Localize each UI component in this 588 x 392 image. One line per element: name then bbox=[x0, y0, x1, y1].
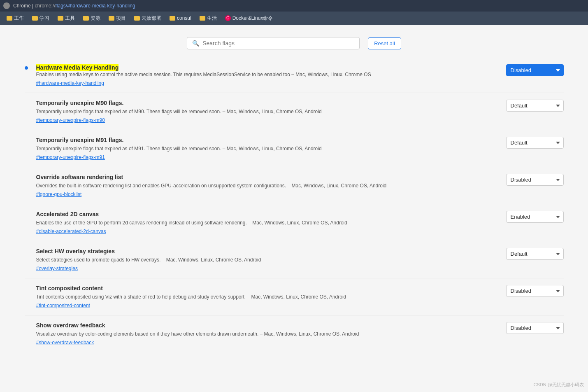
flag-link[interactable]: #hardware-media-key-handling bbox=[36, 80, 104, 86]
flag-item: Tint composited content Tint contents co… bbox=[25, 278, 564, 315]
search-area: 🔍 Reset all bbox=[0, 33, 588, 58]
flag-title: Tint composited content bbox=[36, 285, 498, 292]
bookmark-item[interactable]: 项目 bbox=[105, 14, 129, 23]
flag-control: DefaultDisabledEnabled bbox=[506, 137, 564, 149]
flag-control: DefaultDisabledEnabled bbox=[506, 322, 564, 334]
flag-link[interactable]: #show-overdraw-feedback bbox=[36, 340, 94, 345]
bookmark-item[interactable]: 生活 bbox=[196, 14, 220, 23]
flag-link[interactable]: #disable-accelerated-2d-canvas bbox=[36, 229, 106, 234]
flag-title: Show overdraw feedback bbox=[36, 322, 498, 329]
bookmark-item[interactable]: 资源 bbox=[80, 14, 104, 23]
bookmark-label: 项目 bbox=[116, 15, 126, 22]
flag-title: Accelerated 2D canvas bbox=[36, 211, 498, 217]
browser-favicon bbox=[3, 2, 10, 9]
flag-description: Overrides the built-in software renderin… bbox=[36, 182, 498, 189]
flag-title: Temporarily unexpire M90 flags. bbox=[36, 100, 498, 106]
bookmark-item[interactable]: 工作 bbox=[3, 14, 27, 23]
flag-content: Select HW overlay strategies Select stra… bbox=[36, 248, 498, 271]
flag-title: Temporarily unexpire M91 flags. bbox=[36, 137, 498, 143]
flag-description: Temporarily unexpire flags that expired … bbox=[36, 108, 498, 115]
flag-control: DefaultDisabledEnabled bbox=[506, 100, 564, 112]
bookmark-label: 工作 bbox=[14, 15, 24, 22]
bookmark-item[interactable]: consul bbox=[166, 14, 195, 22]
flag-link[interactable]: #temporary-unexpire-flags-m90 bbox=[36, 117, 105, 123]
flag-item: Select HW overlay strategies Select stra… bbox=[25, 241, 564, 278]
flag-dropdown[interactable]: DefaultDisabledEnabled bbox=[506, 248, 564, 260]
tab-title: Chrome | chrome://flags/#hardware-media-… bbox=[13, 3, 135, 9]
flag-link[interactable]: #ignore-gpu-blocklist bbox=[36, 191, 82, 197]
folder-icon bbox=[83, 16, 89, 21]
flag-content: Override software rendering list Overrid… bbox=[36, 174, 498, 197]
flag-control: DefaultDisabledEnabled bbox=[506, 211, 564, 223]
flag-control: DefaultDisabledEnabled bbox=[506, 248, 564, 260]
folder-icon bbox=[58, 16, 63, 21]
flag-content: Temporarily unexpire M91 flags. Temporar… bbox=[36, 137, 498, 160]
flag-link[interactable]: #temporary-unexpire-flags-m91 bbox=[36, 154, 105, 160]
folder-icon bbox=[32, 16, 38, 21]
bookmark-item[interactable]: 工具 bbox=[54, 14, 78, 23]
flag-content: Accelerated 2D canvas Enables the use of… bbox=[36, 211, 498, 234]
flag-item: Override software rendering list Overrid… bbox=[25, 167, 564, 204]
flag-description: Visualize overdraw by color-coding eleme… bbox=[36, 330, 498, 338]
flag-control: DefaultDisabledEnabled bbox=[506, 174, 564, 186]
flag-title: Hardware Media Key Handling bbox=[36, 64, 119, 71]
folder-icon bbox=[170, 16, 175, 21]
flag-dropdown[interactable]: DefaultDisabledEnabled bbox=[506, 322, 564, 334]
flag-dropdown[interactable]: DefaultDisabledEnabled bbox=[506, 174, 564, 186]
flag-control: DefaultDisabledEnabled bbox=[506, 285, 564, 297]
flag-title: Select HW overlay strategies bbox=[36, 248, 498, 254]
flag-dropdown[interactable]: DefaultDisabledEnabled bbox=[506, 100, 564, 112]
flag-description: Tint contents composited using Viz with … bbox=[36, 293, 498, 301]
reset-all-button[interactable]: Reset all bbox=[368, 37, 401, 49]
search-icon: 🔍 bbox=[192, 40, 199, 47]
flag-link[interactable]: #tint-composited-content bbox=[36, 303, 90, 308]
flag-description: Enables the use of the GPU to perform 2d… bbox=[36, 219, 498, 226]
watermark: CSDN @无忧无虑小码农 bbox=[534, 382, 584, 388]
bookmarks-bar: 工作学习工具资源项目云效部署consul生活CDocker&Linux命令 bbox=[0, 12, 588, 25]
flag-link[interactable]: #overlay-strategies bbox=[36, 266, 78, 271]
flag-content: Show overdraw feedback Visualize overdra… bbox=[36, 322, 498, 345]
flag-control: DefaultDisabledEnabled bbox=[506, 64, 564, 76]
bookmark-label: Docker&Linux命令 bbox=[232, 15, 273, 22]
flag-content: Hardware Media Key Handling Enables usin… bbox=[36, 64, 498, 86]
flag-item: Hardware Media Key Handling Enables usin… bbox=[25, 58, 564, 93]
flag-dropdown[interactable]: DefaultDisabledEnabled bbox=[506, 64, 564, 76]
flag-dropdown[interactable]: DefaultDisabledEnabled bbox=[506, 211, 564, 223]
flag-content: Tint composited content Tint contents co… bbox=[36, 285, 498, 308]
bookmark-label: 云效部署 bbox=[142, 15, 161, 22]
flag-content: Temporarily unexpire M90 flags. Temporar… bbox=[36, 100, 498, 123]
flag-title: Override software rendering list bbox=[36, 174, 498, 180]
main-content: 🔍 Reset all Hardware Media Key Handling … bbox=[0, 25, 588, 392]
bookmark-label: 工具 bbox=[65, 15, 75, 22]
flag-dropdown[interactable]: DefaultDisabledEnabled bbox=[506, 137, 564, 149]
search-input[interactable] bbox=[202, 40, 354, 47]
folder-icon bbox=[134, 16, 140, 21]
bookmark-label: consul bbox=[177, 15, 191, 21]
flag-item: Show overdraw feedback Visualize overdra… bbox=[25, 315, 564, 352]
flag-item: Temporarily unexpire M90 flags. Temporar… bbox=[25, 93, 564, 130]
search-box[interactable]: 🔍 bbox=[187, 37, 360, 49]
flag-dot bbox=[25, 66, 28, 70]
flag-item: Temporarily unexpire M91 flags. Temporar… bbox=[25, 130, 564, 167]
bookmark-item[interactable]: CDocker&Linux命令 bbox=[222, 14, 277, 23]
flags-list: Hardware Media Key Handling Enables usin… bbox=[16, 58, 572, 352]
bookmark-item[interactable]: 学习 bbox=[29, 14, 53, 23]
bookmark-label: 学习 bbox=[40, 15, 49, 22]
folder-icon bbox=[7, 16, 12, 21]
bookmark-label: 资源 bbox=[91, 15, 100, 22]
flag-description: Enables using media keys to control the … bbox=[36, 71, 498, 78]
folder-icon bbox=[109, 16, 114, 21]
docker-icon: C bbox=[225, 15, 231, 21]
title-bar: Chrome | chrome://flags/#hardware-media-… bbox=[0, 0, 588, 12]
flag-item: Accelerated 2D canvas Enables the use of… bbox=[25, 204, 564, 241]
folder-icon bbox=[200, 16, 205, 21]
flag-description: Select strategies used to promote quads … bbox=[36, 256, 498, 264]
flag-dropdown[interactable]: DefaultDisabledEnabled bbox=[506, 285, 564, 297]
bookmark-label: 生活 bbox=[207, 15, 217, 22]
flag-description: Temporarily unexpire flags that expired … bbox=[36, 145, 498, 152]
bookmark-item[interactable]: 云效部署 bbox=[131, 14, 165, 23]
